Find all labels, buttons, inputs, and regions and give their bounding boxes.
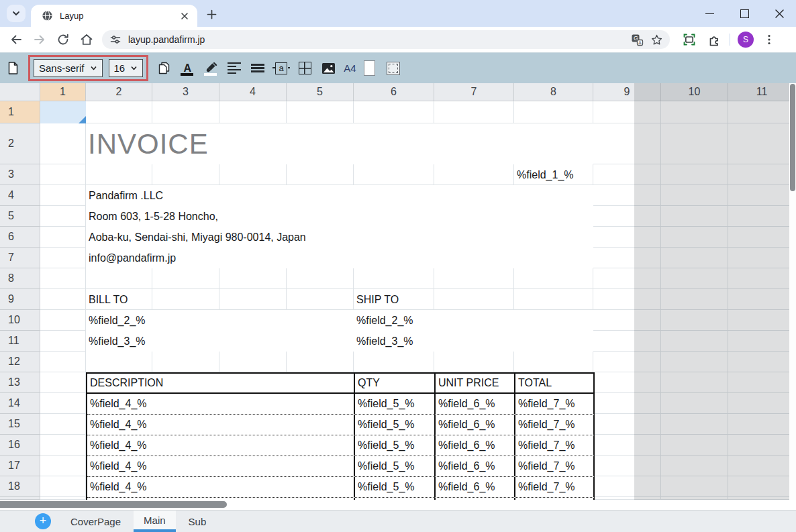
cell-company-email[interactable]: info@pandafirm.jp: [86, 248, 593, 268]
table-clipped-cell[interactable]: [355, 498, 436, 500]
grid-row-header[interactable]: 5: [0, 206, 40, 227]
grid-col-header[interactable]: 6: [354, 83, 434, 101]
grid-cell[interactable]: [40, 352, 86, 372]
grid-cell[interactable]: [40, 185, 86, 206]
grid-cell[interactable]: [728, 310, 796, 331]
grid-cell[interactable]: [593, 331, 661, 352]
table-header-cell[interactable]: UNIT PRICE: [436, 374, 515, 392]
grid-cell[interactable]: [434, 101, 514, 123]
table-data-cell[interactable]: %field_4_%: [87, 477, 355, 497]
text-fit-icon[interactable]: a: [273, 60, 289, 76]
grid-cell[interactable]: [661, 352, 728, 372]
cell-company-address-1[interactable]: Room 603, 1-5-28 Honcho,: [86, 206, 593, 227]
grid-cell[interactable]: [40, 476, 86, 497]
table-clipped-cell[interactable]: [87, 498, 355, 500]
grid-corner-cell[interactable]: [0, 83, 40, 101]
grid-cell[interactable]: [661, 101, 728, 123]
grid-row-header[interactable]: 1: [0, 101, 40, 123]
grid-cell[interactable]: [661, 414, 728, 435]
grid-cell[interactable]: [152, 164, 219, 185]
grid-cell[interactable]: [514, 289, 593, 310]
grid-row-header[interactable]: 7: [0, 248, 40, 268]
grid-cell[interactable]: [593, 393, 661, 414]
grid-row-header[interactable]: 9: [0, 289, 40, 310]
grid-cell[interactable]: [593, 101, 661, 123]
grid-cell[interactable]: [593, 352, 661, 372]
grid-cell[interactable]: [40, 310, 86, 331]
grid-cell[interactable]: [728, 435, 796, 456]
grid-cell[interactable]: [514, 352, 593, 372]
grid-cell[interactable]: [728, 268, 796, 289]
close-window-button[interactable]: [772, 6, 787, 21]
table-data-cell[interactable]: %field_6_%: [436, 435, 515, 456]
grid-col-header[interactable]: 1: [40, 83, 86, 101]
table-data-cell[interactable]: %field_4_%: [87, 415, 355, 435]
cell-field-3-ship[interactable]: %field_3_%: [354, 331, 593, 352]
sheet-tab-sub[interactable]: Sub: [179, 511, 217, 532]
minimize-button[interactable]: [702, 6, 717, 21]
grid-cell[interactable]: [354, 101, 434, 123]
grid-col-header[interactable]: 2: [86, 83, 152, 101]
table-data-cell[interactable]: %field_6_%: [436, 415, 515, 435]
grid-row-header[interactable]: 18: [0, 476, 40, 497]
forward-icon[interactable]: [32, 32, 48, 48]
cell-field-2-ship[interactable]: %field_2_%: [354, 310, 593, 331]
grid-cell[interactable]: [728, 352, 796, 372]
grid-row-header[interactable]: 12: [0, 352, 40, 372]
vertical-scrollbar[interactable]: [789, 83, 796, 500]
grid-cell[interactable]: [728, 101, 796, 123]
fill-color-icon[interactable]: [203, 60, 219, 76]
grid-cell[interactable]: [219, 352, 287, 372]
home-icon[interactable]: [79, 32, 95, 48]
grid-cell[interactable]: [728, 185, 796, 206]
grid-cell[interactable]: [434, 352, 514, 372]
table-data-cell[interactable]: %field_4_%: [87, 435, 355, 456]
grid-cell[interactable]: [661, 248, 728, 268]
table-header-cell[interactable]: QTY: [355, 374, 436, 392]
grid-cell[interactable]: [287, 268, 354, 289]
grid-cell[interactable]: [40, 248, 86, 268]
tab-search-button[interactable]: [7, 5, 26, 22]
screen-capture-icon[interactable]: [681, 32, 697, 48]
page-orientation-icon[interactable]: [364, 60, 375, 76]
grid-col-header[interactable]: 4: [219, 83, 287, 101]
grid-cell[interactable]: [661, 206, 728, 227]
grid-cell[interactable]: [86, 352, 152, 372]
grid-col-header[interactable]: 9: [593, 83, 661, 101]
fill-handle-icon[interactable]: [79, 116, 86, 123]
grid-row-header[interactable]: 13: [0, 372, 40, 393]
table-header-cell[interactable]: TOTAL: [515, 374, 595, 392]
grid-cell[interactable]: [219, 101, 287, 123]
grid-cell[interactable]: [287, 352, 354, 372]
grid-cell[interactable]: [152, 289, 219, 310]
grid-col-header[interactable]: 7: [434, 83, 514, 101]
grid-cell[interactable]: [40, 372, 86, 393]
grid-cell[interactable]: [661, 268, 728, 289]
grid-cell[interactable]: [593, 227, 661, 248]
cell-field-2-bill[interactable]: %field_2_%: [86, 310, 354, 331]
cell-borders-icon[interactable]: [297, 60, 313, 76]
grid-cell[interactable]: [40, 456, 86, 476]
cell-bill-to[interactable]: BILL TO: [86, 289, 152, 310]
grid-row-header[interactable]: 6: [0, 227, 40, 248]
browser-menu-icon[interactable]: [761, 32, 777, 48]
grid-row-header[interactable]: 11: [0, 331, 40, 352]
add-sheet-button[interactable]: +: [35, 513, 51, 529]
grid-row-header[interactable]: 16: [0, 435, 40, 456]
table-data-cell[interactable]: %field_4_%: [87, 456, 355, 476]
horizontal-scrollbar-thumb[interactable]: [0, 501, 227, 508]
grid-cell[interactable]: [661, 372, 728, 393]
grid-cell[interactable]: [593, 310, 661, 331]
extensions-puzzle-icon[interactable]: [706, 32, 722, 48]
grid-cell[interactable]: [728, 393, 796, 414]
grid-cell[interactable]: [434, 268, 514, 289]
horizontal-align-icon[interactable]: [226, 60, 242, 76]
grid-cell[interactable]: [728, 164, 796, 185]
grid-cell[interactable]: [728, 123, 796, 164]
font-size-select[interactable]: 16: [109, 59, 144, 77]
grid-cell[interactable]: [40, 206, 86, 227]
cell-company-address-2[interactable]: Aoba-ku, Sendai-shi, Miyagi 980-0014, Ja…: [86, 227, 593, 248]
table-data-cell[interactable]: %field_5_%: [355, 477, 436, 497]
horizontal-scrollbar[interactable]: [0, 500, 796, 510]
grid-cell[interactable]: [514, 268, 593, 289]
